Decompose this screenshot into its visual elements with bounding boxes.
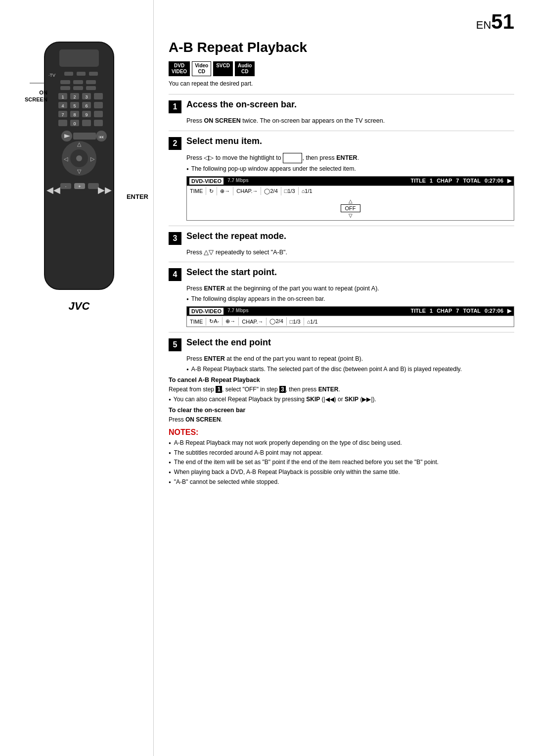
note-item-4: When playing back a DVD, A-B Repeat Play… <box>169 468 514 476</box>
svg-rect-36 <box>82 120 91 126</box>
svg-rect-8 <box>86 80 96 84</box>
cancel-body: Repeat from step 1, select "OFF" in step… <box>169 385 514 394</box>
step-2-content: Press ◁▷ to move the hightlight to , the… <box>186 153 514 221</box>
subtitle-text: You can repeat the desired part. <box>169 80 514 87</box>
osd-top-row-1: DVD-VIDEO 7.7 Mbps TITLE 1 CHAP 7 TOTAL … <box>187 177 514 186</box>
page-title: A-B Repeat Playback <box>169 40 514 55</box>
note-item-2: The subtitles recorded around A-B point … <box>169 449 514 457</box>
osd-cell-sub-2: □1/3 <box>287 318 304 326</box>
step-3: 3 Select the repeat mode. <box>169 231 514 245</box>
svg-text:◁: ◁ <box>64 156 68 162</box>
svg-text:3: 3 <box>85 94 88 99</box>
svg-rect-25 <box>94 102 103 108</box>
svg-rect-54 <box>88 183 99 189</box>
step-3-body: Press △▽ repeatedly to select "A-B". <box>186 248 514 257</box>
on-screen-label: ON SCREEN <box>25 89 47 103</box>
osd-chap-label-2: CHAP <box>437 308 452 315</box>
svg-rect-9 <box>60 86 70 90</box>
step-3-content: Press △▽ repeatedly to select "A-B". <box>186 248 514 257</box>
notes-header: NOTES: <box>169 428 514 437</box>
osd-title-label: TITLE <box>410 178 426 185</box>
svg-text:4: 4 <box>61 103 64 108</box>
osd-chap-label-1: CHAP <box>437 178 452 185</box>
svg-rect-32 <box>94 111 103 117</box>
svg-text:▽: ▽ <box>77 168 82 174</box>
svg-rect-5 <box>89 72 98 76</box>
remote-control: ·TV 1 2 3 4 <box>30 40 129 297</box>
step-4-body: Press ENTER at the beginning of the part… <box>186 284 514 293</box>
svg-rect-3 <box>64 72 73 76</box>
osd-title-val-2: 1 <box>430 308 433 315</box>
step-2-number: 2 <box>169 137 181 150</box>
osd-cell-chap-2: CHAP.→ <box>239 318 267 326</box>
osd-cell-audio-2: ⊕→ <box>222 317 239 326</box>
osd-dvd-video: DVD-VIDEO <box>189 178 223 185</box>
step-1-body: Press ON SCREEN twice. The on-screen bar… <box>186 116 514 126</box>
svg-text:▷: ▷ <box>90 156 95 162</box>
notes-list: A-B Repeat Playback may not work properl… <box>169 439 514 486</box>
svg-rect-10 <box>73 86 83 90</box>
step-3-title: Select the repeat mode. <box>186 231 286 241</box>
svg-text:0: 0 <box>73 121 76 126</box>
osd-cell-chap: CHAP.→ <box>233 187 261 195</box>
svg-rect-33 <box>58 120 67 126</box>
svg-point-49 <box>76 155 82 161</box>
svg-text:2: 2 <box>73 94 76 99</box>
badge-video-cd: VideoCD <box>192 61 211 76</box>
svg-text:-: - <box>65 184 67 189</box>
osd-basic: DVD-VIDEO 7.7 Mbps TITLE 1 CHAP 7 TOTAL … <box>186 176 514 221</box>
note-item-3: The end of the item will be set as "B" p… <box>169 458 514 467</box>
svg-rect-4 <box>77 72 86 76</box>
osd-chap-val-1: 7 <box>456 178 459 185</box>
osd-cell-repeat: ↻ <box>206 187 217 195</box>
step-4-title: Select the start point. <box>186 267 277 278</box>
osd-mbps-2: 7.7 Mbps <box>227 308 249 315</box>
media-badges: DVDVIDEO VideoCD SVCD AudioCD <box>169 61 514 76</box>
osd-cell-angle-2: ◯2/4 <box>267 317 286 326</box>
osd-total-label: TOTAL <box>463 178 481 185</box>
note-item-5: "A-B" cannot be selected while stopped. <box>169 478 514 486</box>
badge-dvd-video: DVDVIDEO <box>169 61 190 76</box>
svg-rect-1 <box>59 49 99 67</box>
osd-cell-audio: ⊕→ <box>217 187 233 195</box>
clear-heading: To clear the on-screen bar <box>169 407 514 414</box>
step-4-content: Press ENTER at the beginning of the part… <box>186 284 514 327</box>
step-4-number: 4 <box>169 268 181 281</box>
step-1: 1 Access the on-screen bar. <box>169 99 514 113</box>
osd-off-row: △ OFF ▽ <box>187 196 514 220</box>
osd-cell-root-2: ⌂1/1 <box>304 318 321 326</box>
cancel-bullet: ● You can also cancel Repeat Playback by… <box>169 396 514 403</box>
osd-cell-sub: □1/3 <box>281 187 299 195</box>
svg-rect-6 <box>60 80 70 84</box>
svg-text:8: 8 <box>73 112 76 117</box>
enter-label: ENTER <box>127 193 148 200</box>
svg-rect-40 <box>73 133 96 140</box>
step-2-body: Press ◁▷ to move the hightlight to , the… <box>186 153 514 163</box>
osd-total-val: 0:27:06 <box>485 178 503 185</box>
left-column: ON SCREEN ·TV <box>0 0 153 756</box>
osd-off-box: OFF <box>341 204 360 212</box>
step-5-number: 5 <box>169 338 181 351</box>
note-item-1: A-B Repeat Playback may not work properl… <box>169 439 514 447</box>
clear-body: Press ON SCREEN. <box>169 415 514 424</box>
step-1-number: 1 <box>169 100 181 113</box>
osd-play-icon-2: ▶ <box>507 308 511 315</box>
right-column: EN51 A-B Repeat Playback DVDVIDEO VideoC… <box>153 0 534 756</box>
osd-point-a: DVD-VIDEO 7.7 Mbps TITLE 1 CHAP 7 TOTAL … <box>186 306 514 327</box>
svg-text:7: 7 <box>61 112 64 117</box>
cancel-heading: To cancel A-B Repeat Playback <box>169 377 514 383</box>
step-5: 5 Select the end point <box>169 337 514 351</box>
step-4-bullet: The following display appears in the on-… <box>186 295 514 302</box>
step-5-title: Select the end point <box>186 337 271 348</box>
step-2-bullet: The following pop-up window appears unde… <box>186 165 514 172</box>
svg-text:·TV: ·TV <box>48 73 55 78</box>
osd-total-val-2: 0:27:06 <box>485 308 503 315</box>
osd-cell-time: TIME <box>187 187 206 195</box>
osd-cell-time-2: TIME <box>187 318 206 326</box>
step-2-title: Select menu item. <box>186 136 262 146</box>
osd-dvd-video-2: DVD-VIDEO <box>189 308 223 315</box>
osd-top-row-2: DVD-VIDEO 7.7 Mbps TITLE 1 CHAP 7 TOTAL … <box>187 307 514 316</box>
step-2: 2 Select menu item. <box>169 136 514 150</box>
en-label: EN <box>476 19 491 31</box>
osd-bottom-row-1: TIME ↻ ⊕→ CHAP.→ ◯2/4 □1/3 ⌂1/1 <box>187 186 514 196</box>
